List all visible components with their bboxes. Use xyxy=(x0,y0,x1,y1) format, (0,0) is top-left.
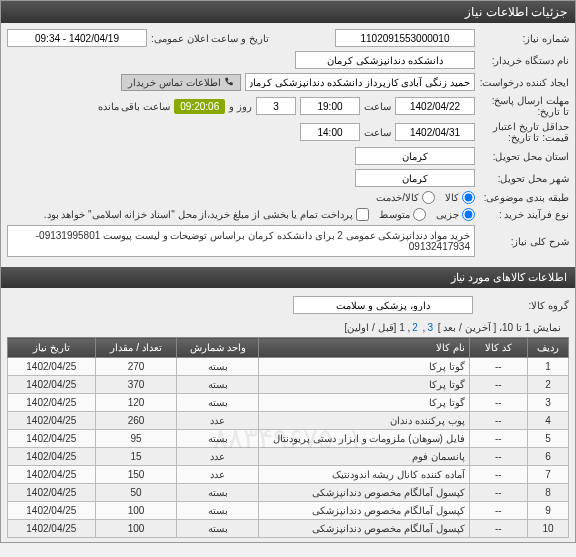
cell-name: فایل (سوهان) ملزومات و ابزار دستی پریودن… xyxy=(259,430,469,448)
cell-code: -- xyxy=(469,358,527,376)
subject-service-option[interactable]: کالا/خدمت xyxy=(376,191,435,204)
cell-code: -- xyxy=(469,430,527,448)
goods-table: ردیف کد کالا نام کالا واحد شمارش تعداد /… xyxy=(7,337,569,538)
cell-qty: 370 xyxy=(95,376,177,394)
cell-unit: بسته xyxy=(177,502,259,520)
cell-unit: بسته xyxy=(177,520,259,538)
cell-qty: 15 xyxy=(95,448,177,466)
cell-name: کپسول آمالگام مخصوص دندانپزشکی xyxy=(259,502,469,520)
reply-deadline-time xyxy=(300,97,360,115)
price-expiry-date xyxy=(395,123,475,141)
cell-row: 1 xyxy=(528,358,569,376)
cell-date: 1402/04/25 xyxy=(8,412,96,430)
price-expiry-time xyxy=(300,123,360,141)
th-name: نام کالا xyxy=(259,338,469,358)
group-input xyxy=(293,296,473,314)
pt-minor-radio[interactable] xyxy=(462,208,475,221)
cell-row: 7 xyxy=(528,466,569,484)
subject-good-option[interactable]: کالا xyxy=(445,191,475,204)
contact-buyer-link[interactable]: اطلاعات تماس خریدار xyxy=(121,74,241,91)
announce-datetime-label: تاریخ و ساعت اعلان عمومی: xyxy=(151,33,269,44)
table-row[interactable]: 5--فایل (سوهان) ملزومات و ابزار دستی پری… xyxy=(8,430,569,448)
cell-qty: 100 xyxy=(95,520,177,538)
time-label-2: ساعت xyxy=(364,127,391,138)
cell-unit: عدد xyxy=(177,466,259,484)
page-title: جزئیات اطلاعات نیاز xyxy=(465,5,567,19)
page-2-link[interactable]: 2 xyxy=(412,322,418,333)
table-row[interactable]: 2--گوتا پرکابسته3701402/04/25 xyxy=(8,376,569,394)
cell-date: 1402/04/25 xyxy=(8,358,96,376)
cell-qty: 100 xyxy=(95,502,177,520)
cell-date: 1402/04/25 xyxy=(8,502,96,520)
payment-note-option: پرداخت تمام یا بخشی از مبلغ خرید،از محل … xyxy=(44,208,369,221)
cell-row: 2 xyxy=(528,376,569,394)
subject-radio-group: کالا کالا/خدمت xyxy=(376,191,475,204)
cell-row: 8 xyxy=(528,484,569,502)
cell-code: -- xyxy=(469,484,527,502)
cell-unit: عدد xyxy=(177,412,259,430)
cell-row: 4 xyxy=(528,412,569,430)
goods-section-title: اطلاعات کالاهای مورد نیاز xyxy=(1,267,575,288)
reply-deadline-label: مهلت ارسال پاسخ: تا تاریخ: xyxy=(479,95,569,117)
cell-unit: بسته xyxy=(177,484,259,502)
page-1-current: 1 xyxy=(399,322,405,333)
table-row[interactable]: 1--گوتا پرکابسته2701402/04/25 xyxy=(8,358,569,376)
th-unit: واحد شمارش xyxy=(177,338,259,358)
cell-code: -- xyxy=(469,412,527,430)
cell-date: 1402/04/25 xyxy=(8,520,96,538)
th-code: کد کالا xyxy=(469,338,527,358)
payment-note-checkbox[interactable] xyxy=(356,208,369,221)
purchase-type-group: جزیی متوسط پرداخت تمام یا بخشی از مبلغ خ… xyxy=(44,208,475,221)
cell-row: 6 xyxy=(528,448,569,466)
price-expiry-label: حداقل تاریخ اعتبار قیمت: تا تاریخ: xyxy=(479,121,569,143)
province-input xyxy=(355,147,475,165)
announce-datetime-input xyxy=(7,29,147,47)
cell-row: 3 xyxy=(528,394,569,412)
cell-code: -- xyxy=(469,376,527,394)
timer-badge: 09:20:06 xyxy=(174,99,225,114)
requester-label: ایجاد کننده درخواست: xyxy=(479,77,569,88)
cell-unit: عدد xyxy=(177,448,259,466)
table-row[interactable]: 4--پوب پرکننده دندانعدد2601402/04/25 xyxy=(8,412,569,430)
table-row[interactable]: 9--کپسول آمالگام مخصوص دندانپزشکیبسته100… xyxy=(8,502,569,520)
cell-name: گوتا پرکا xyxy=(259,394,469,412)
cell-name: پانسمان فوم xyxy=(259,448,469,466)
days-remaining xyxy=(256,97,296,115)
table-row[interactable]: 10--کپسول آمالگام مخصوص دندانپزشکیبسته10… xyxy=(8,520,569,538)
cell-qty: 260 xyxy=(95,412,177,430)
cell-qty: 50 xyxy=(95,484,177,502)
pt-medium-radio[interactable] xyxy=(413,208,426,221)
remaining-label: ساعت باقی مانده xyxy=(98,101,171,112)
purchase-type-label: نوع فرآیند خرید : xyxy=(479,209,569,220)
city-input xyxy=(355,169,475,187)
subject-good-radio[interactable] xyxy=(462,191,475,204)
cell-name: کپسول آمالگام مخصوص دندانپزشکی xyxy=(259,520,469,538)
table-row[interactable]: 3--گوتا پرکابسته1201402/04/25 xyxy=(8,394,569,412)
table-row[interactable]: 6--پانسمان فومعدد151402/04/25 xyxy=(8,448,569,466)
time-label-1: ساعت xyxy=(364,101,391,112)
phone-icon xyxy=(224,77,234,87)
page-3-link[interactable]: 3 xyxy=(427,322,433,333)
page-header: جزئیات اطلاعات نیاز xyxy=(1,1,575,23)
group-label: گروه کالا: xyxy=(479,300,569,311)
need-number-input xyxy=(335,29,475,47)
cell-date: 1402/04/25 xyxy=(8,376,96,394)
cell-code: -- xyxy=(469,466,527,484)
cell-name: گوتا پرکا xyxy=(259,358,469,376)
th-qty: تعداد / مقدار xyxy=(95,338,177,358)
cell-unit: بسته xyxy=(177,394,259,412)
cell-row: 10 xyxy=(528,520,569,538)
requester-input xyxy=(245,73,475,91)
cell-row: 5 xyxy=(528,430,569,448)
pt-minor-option[interactable]: جزیی xyxy=(436,208,475,221)
pt-medium-option[interactable]: متوسط xyxy=(379,208,426,221)
city-label: شهر محل تحویل: xyxy=(479,173,569,184)
cell-unit: بسته xyxy=(177,376,259,394)
need-number-label: شماره نیاز: xyxy=(479,33,569,44)
th-row: ردیف xyxy=(528,338,569,358)
table-row[interactable]: 7--آماده کننده کانال ریشه اندودنتیکعدد15… xyxy=(8,466,569,484)
table-row[interactable]: 8--کپسول آمالگام مخصوص دندانپزشکیبسته501… xyxy=(8,484,569,502)
province-label: استان محل تحویل: xyxy=(479,151,569,162)
subject-service-radio[interactable] xyxy=(422,191,435,204)
contact-buyer-label: اطلاعات تماس خریدار xyxy=(128,77,221,88)
